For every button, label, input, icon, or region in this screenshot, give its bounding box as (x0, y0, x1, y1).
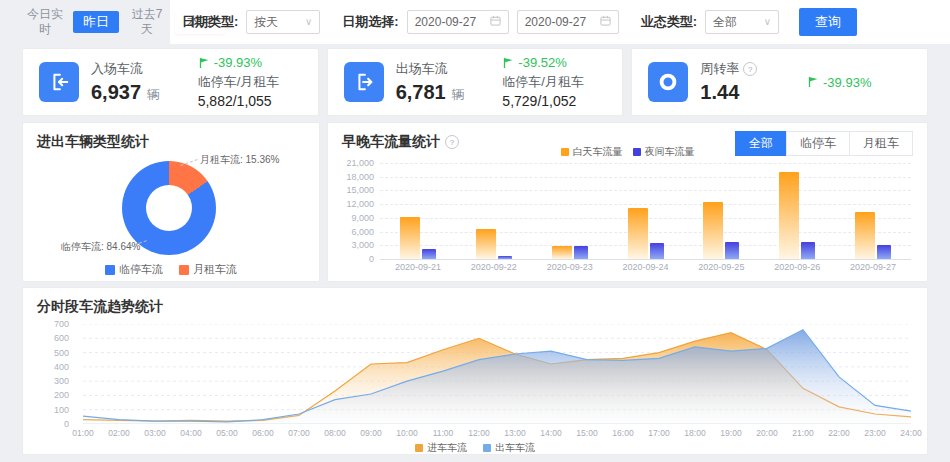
legend-label: 月租车流 (193, 262, 237, 277)
kpi-title: 周转率? (700, 60, 757, 78)
bar-group (608, 163, 684, 259)
kpi-value: 6,937 (91, 81, 141, 103)
y-axis-label: 100 (17, 405, 69, 415)
exit-icon (344, 62, 384, 102)
calendar-icon (490, 15, 501, 29)
bar-y-axis: 03,0006,0009,00012,00015,00018,00021,000 (328, 163, 374, 259)
query-button[interactable]: 查询 (799, 8, 857, 36)
day-night-traffic-panel: 早晚车流量统计 ? 全部临停车月租车 白天车流量夜间车流量 03,0006,00… (327, 122, 928, 282)
bar-白天车流量 (855, 212, 875, 259)
y-axis-label: 400 (17, 362, 69, 372)
legend-label: 夜间车流量 (645, 145, 695, 159)
y-axis-label: 12,000 (328, 199, 374, 209)
bar-group (456, 163, 532, 259)
y-axis-label: 0 (328, 254, 374, 264)
biz-type-label: 业态类型: (641, 13, 697, 31)
bar-group (380, 163, 456, 259)
legend-item[interactable]: 临停车流 (105, 262, 163, 277)
legend-item[interactable]: 出车车流 (483, 441, 535, 455)
date-select-label: 日期选择: (342, 13, 398, 31)
bar-chart[interactable] (380, 163, 911, 259)
x-axis-label: 04:00 (180, 428, 201, 438)
x-axis-label: 14:00 (540, 428, 561, 438)
kpi-sub-label: 临停车/月租车 (502, 73, 606, 91)
donut-slice-label: 月租车流: 15.36% (200, 153, 279, 167)
bar-白天车流量 (779, 172, 799, 259)
bar-夜间车流量 (498, 256, 512, 259)
info-icon[interactable]: ? (743, 62, 757, 76)
x-axis-label: 13:00 (504, 428, 525, 438)
area-legend: 进车车流出车车流 (23, 441, 927, 455)
y-axis-label: 9,000 (328, 213, 374, 223)
x-axis-label: 07:00 (288, 428, 309, 438)
area-x-axis: 01:0002:0003:0004:0005:0006:0007:0008:00… (83, 428, 911, 440)
bar-白天车流量 (552, 246, 572, 259)
kpi-title: 出场车流 (396, 60, 465, 78)
date-type-select[interactable]: 按天 ∨ (246, 10, 320, 34)
y-axis-label: 500 (17, 348, 69, 358)
vehicle-type-panel: 进出车辆类型统计 月租车流: 15.36% 临停车流: 84.64% 临停车流月… (22, 122, 320, 282)
kpi-secondary: -39.52% 临停车/月租车 5,729/1,052 (502, 55, 606, 109)
kpi-sub-label: 临停车/月租车 (198, 73, 302, 91)
area-chart[interactable] (83, 324, 911, 424)
y-axis-label: 300 (17, 376, 69, 386)
kpi-card-row: 入场车流 6,937辆 -39.93% 临停车/月租车 5,882/1,055 … (22, 48, 928, 116)
y-axis-label: 0 (17, 419, 69, 429)
x-axis-label: 24:00 (900, 428, 921, 438)
bar-白天车流量 (400, 217, 420, 259)
start-date-input[interactable]: 2020-09-27 (407, 10, 509, 34)
end-date-input[interactable]: 2020-09-27 (517, 10, 619, 34)
x-axis-label: 17:00 (648, 428, 669, 438)
legend-label: 白天车流量 (573, 145, 623, 159)
panel-title: 分时段车流趋势统计 (37, 298, 163, 316)
panel-title: 进出车辆类型统计 (37, 133, 149, 151)
kpi-card-entry-flow: 入场车流 6,937辆 -39.93% 临停车/月租车 5,882/1,055 (22, 48, 319, 116)
bar-夜间车流量 (650, 243, 664, 259)
x-axis-label: 2020-09-27 (835, 262, 911, 272)
entry-icon (39, 62, 79, 102)
flag-icon (198, 57, 210, 69)
chevron-down-icon: ∨ (305, 17, 312, 27)
legend-label: 临停车流 (119, 262, 163, 277)
legend-item[interactable]: 白天车流量 (561, 145, 623, 159)
legend-swatch (483, 444, 491, 452)
x-axis-label: 2020-09-24 (608, 262, 684, 272)
kpi-unit: 辆 (452, 87, 465, 102)
kpi-unit: 辆 (147, 87, 160, 102)
x-axis-label: 08:00 (324, 428, 345, 438)
kpi-value: 6,781 (396, 81, 446, 103)
date-type-label: 日期类型: (182, 13, 238, 31)
bar-group (683, 163, 759, 259)
x-axis-label: 2020-09-26 (759, 262, 835, 272)
y-axis-label: 200 (17, 390, 69, 400)
bar-白天车流量 (476, 229, 496, 259)
kpi-change: -39.93% (807, 75, 911, 90)
legend-item[interactable]: 夜间车流量 (633, 145, 695, 159)
time-tab-last-7-days[interactable]: 过去7天 (126, 7, 168, 37)
kpi-main: 周转率? 1.44 (700, 60, 757, 104)
turnover-icon (648, 62, 688, 102)
time-tab-today-realtime[interactable]: 今日实时 (24, 7, 66, 37)
end-date-value: 2020-09-27 (525, 15, 586, 29)
x-axis-label: 2020-09-22 (456, 262, 532, 272)
legend-item[interactable]: 进车车流 (415, 441, 467, 455)
legend-item[interactable]: 月租车流 (179, 262, 237, 277)
bar-夜间车流量 (877, 245, 891, 259)
x-axis-label: 18:00 (684, 428, 705, 438)
time-tab-yesterday[interactable]: 昨日 (73, 11, 119, 33)
legend-label: 出车车流 (495, 441, 535, 455)
x-axis-label: 19:00 (720, 428, 741, 438)
legend-label: 进车车流 (427, 441, 467, 455)
bar-白天车流量 (628, 208, 648, 259)
x-axis-label: 12:00 (468, 428, 489, 438)
x-axis-label: 2020-09-25 (683, 262, 759, 272)
y-axis-label: 21,000 (328, 158, 374, 168)
bar-legend: 白天车流量夜间车流量 (328, 145, 927, 159)
biz-type-select[interactable]: 全部 ∨ (705, 10, 779, 34)
x-axis-label: 20:00 (756, 428, 777, 438)
x-axis-label: 16:00 (612, 428, 633, 438)
gridline (380, 259, 911, 260)
bar-夜间车流量 (725, 242, 739, 259)
chevron-down-icon: ∨ (764, 17, 771, 27)
x-axis-label: 03:00 (144, 428, 165, 438)
